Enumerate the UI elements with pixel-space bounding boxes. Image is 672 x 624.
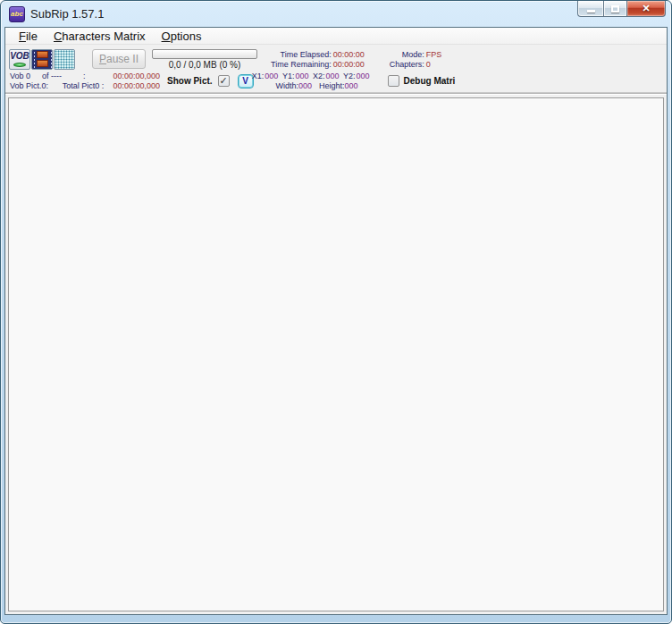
vob-time-value: 00:00:00,000: [113, 72, 160, 80]
toolbar-row-main: VOB Pause II 0,0 / 0,0 MB (0 %): [5, 46, 667, 72]
coords-panel: X1:000 Y1:000 X2:000 Y2:000 Width:000 He…: [265, 72, 370, 90]
window-controls: ✕: [577, 0, 666, 17]
vob-colon: :: [83, 72, 96, 80]
debug-section: Debug Matri: [382, 75, 456, 87]
menu-options[interactable]: Options: [154, 29, 210, 44]
vob-of-label: of ----: [42, 72, 83, 80]
maximize-icon: [611, 5, 619, 13]
vob-count-label: Vob 0: [10, 72, 42, 80]
close-button[interactable]: ✕: [627, 0, 666, 17]
main-area: [5, 93, 667, 614]
y1-value: 000: [295, 72, 308, 80]
subrip-window: abc SubRip 1.57.1 ✕ File Characters Matr…: [0, 0, 672, 624]
app-icon: abc: [9, 6, 25, 22]
preview-area[interactable]: [8, 97, 664, 611]
total-pict-label: Total Pict0 :: [63, 81, 113, 90]
vob-icon: VOB: [10, 52, 29, 61]
open-vob-button[interactable]: VOB: [9, 49, 30, 70]
chapters-label: Chapters:: [390, 60, 424, 69]
y2-value: 000: [357, 72, 370, 80]
time-remaining-label: Time Remaining:: [271, 60, 332, 69]
show-pict-checkbox[interactable]: ✓: [218, 75, 230, 87]
menu-bar: File Characters Matrix Options: [5, 28, 667, 45]
height-value: 000: [345, 81, 358, 90]
x2-value: 000: [325, 72, 339, 80]
minimize-icon: [587, 10, 595, 13]
window-title: SubRip 1.57.1: [30, 7, 104, 21]
y1-label: Y1:: [282, 72, 295, 80]
pause-button-label: Pause II: [99, 53, 139, 65]
close-icon: ✕: [642, 4, 650, 13]
show-pict-label: Show Pict.: [167, 77, 213, 86]
debug-matrix-label: Debug Matri: [404, 77, 456, 86]
y2-label: Y2:: [343, 72, 356, 80]
mode-value: FPS: [426, 50, 442, 59]
vob-pict-label: Vob Pict.0:: [10, 81, 63, 90]
disc-icon: [13, 63, 26, 67]
characters-matrix-button[interactable]: [54, 49, 75, 70]
x1-label: X1:: [252, 72, 265, 80]
pause-button[interactable]: Pause II: [92, 49, 146, 69]
total-pict-time-value: 00:00:00,000: [113, 81, 160, 90]
time-elapsed-label: Time Elapsed:: [271, 50, 332, 59]
toolbar: VOB Pause II 0,0 / 0,0 MB (0 %): [5, 45, 667, 93]
time-elapsed-value: 00:00:00: [333, 50, 365, 59]
progress-section: 0,0 / 0,0 MB (0 %): [151, 49, 258, 70]
checkmark-icon: ✓: [219, 76, 227, 86]
status-row: Vob 0 of ---- : 00:00:00,000 Vob Pict.0:…: [5, 72, 667, 93]
client-area: File Characters Matrix Options VOB Pause…: [4, 27, 668, 615]
progress-bar: [152, 49, 257, 59]
x1-value: 000: [265, 72, 278, 80]
menu-characters-matrix[interactable]: Characters Matrix: [46, 29, 154, 44]
time-info-panel: Time Elapsed: 00:00:00 Mode: FPS Time Re…: [271, 50, 441, 69]
menu-file[interactable]: File: [11, 29, 46, 44]
chapters-value: 0: [426, 60, 442, 69]
time-remaining-value: 00:00:00: [333, 60, 365, 69]
minimize-button[interactable]: [577, 0, 603, 17]
width-label: Width:: [276, 81, 299, 90]
title-bar[interactable]: abc SubRip 1.57.1 ✕: [4, 1, 668, 27]
width-value: 000: [298, 81, 312, 90]
film-frame-icon: [37, 51, 48, 58]
maximize-button[interactable]: [603, 0, 627, 17]
mode-label: Mode:: [390, 50, 424, 59]
film-frame-icon: [37, 60, 48, 67]
debug-matrix-checkbox[interactable]: [388, 75, 399, 87]
progress-text: 0,0 / 0,0 MB (0 %): [169, 60, 241, 70]
height-label: Height:: [319, 81, 345, 90]
vob-status: Vob 0 of ---- : 00:00:00,000 Vob Pict.0:…: [10, 72, 164, 90]
x2-label: X2:: [313, 72, 325, 80]
film-frames-button[interactable]: [31, 49, 53, 70]
